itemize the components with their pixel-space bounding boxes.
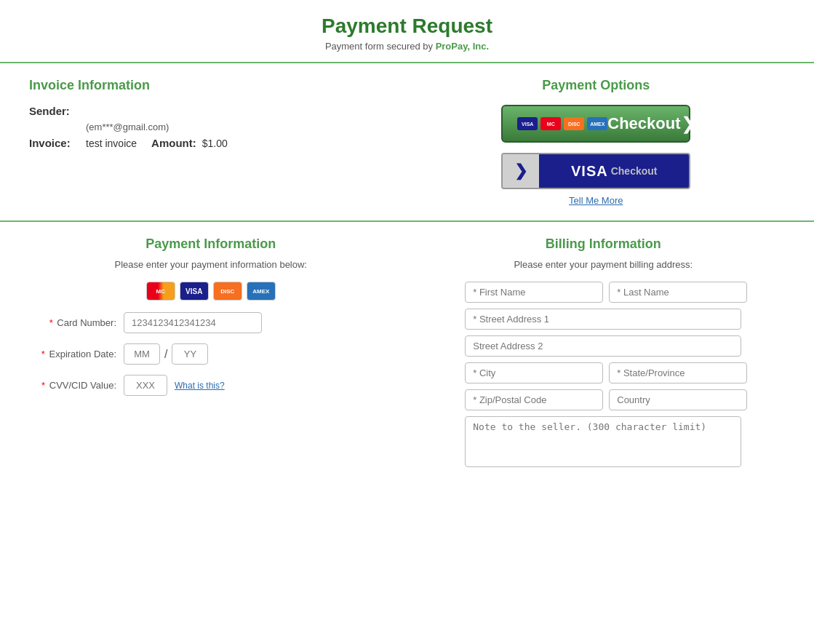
first-name-input[interactable] (465, 282, 603, 303)
checkout-label: Checkout (607, 114, 680, 133)
state-province-input[interactable] (609, 362, 747, 383)
mc-brand-icon: MC (146, 282, 175, 301)
visa-checkout-button[interactable]: ❯ VISA Checkout (501, 153, 690, 189)
required-star-cvv: * (41, 380, 45, 391)
invoice-amount-row: Invoice: test invoice Amount: $1.00 (29, 137, 407, 149)
street1-row (465, 309, 741, 330)
card-number-label: * Card Number: (29, 317, 124, 328)
sender-label: Sender: (29, 105, 80, 117)
visa-arrow-section: ❯ (503, 154, 539, 188)
amex-icon-checkout: AMEX (587, 117, 607, 130)
expiration-label: * Expiration Date: (29, 349, 124, 359)
zip-country-row (465, 389, 741, 410)
last-name-input[interactable] (609, 282, 747, 303)
card-icons-group: VISA MC DISC AMEX (517, 117, 607, 130)
invoice-section-title: Invoice Information (29, 78, 407, 93)
sender-email: (em***@gmail.com) (86, 122, 407, 132)
tell-me-more-link[interactable]: Tell Me More (569, 195, 623, 206)
slash-divider: / (164, 348, 167, 361)
billing-info-subtitle: Please enter your payment billing addres… (422, 259, 786, 270)
payment-options-panel: Payment Options VISA MC DISC AMEX Checko… (407, 78, 786, 206)
sender-row: Sender: (29, 105, 407, 117)
street-address1-input[interactable] (465, 309, 741, 330)
amex-brand-icon: AMEX (247, 282, 276, 301)
disc-brand-icon: DISC (213, 282, 242, 301)
checkout-button[interactable]: VISA MC DISC AMEX Checkout ❯ (501, 105, 690, 143)
visa-checkout-label: Checkout (611, 165, 658, 177)
billing-fields-container (465, 282, 741, 469)
page-subtitle: Payment form secured by ProPay, Inc. (0, 41, 814, 62)
checkout-arrow-icon: ❯ (681, 114, 695, 134)
street2-row (465, 335, 741, 357)
visa-icon-checkout: VISA (517, 117, 538, 130)
page-title-section: Payment Request (0, 0, 814, 41)
required-star-exp: * (41, 349, 45, 359)
cvv-label: * CVV/CID Value: (29, 380, 124, 391)
expiration-month-input[interactable] (124, 343, 160, 365)
card-number-row: * Card Number: (29, 312, 393, 333)
visa-text-section: VISA Checkout (539, 154, 689, 188)
payment-form-panel: Payment Information Please enter your pa… (29, 236, 422, 469)
card-brand-icons: MC VISA DISC AMEX (29, 282, 393, 301)
visa-arrow-icon: ❯ (514, 162, 527, 180)
subtitle-text: Payment form secured by (325, 41, 436, 52)
visa-brand-label: VISA (571, 163, 608, 180)
required-star-card: * (49, 317, 53, 328)
top-section: Invoice Information Sender: (em***@gmail… (0, 63, 814, 222)
propay-link[interactable]: ProPay, Inc. (436, 41, 489, 52)
disc-icon-checkout: DISC (564, 117, 584, 130)
payment-info-title: Payment Information (29, 236, 393, 252)
payment-options-title: Payment Options (542, 78, 650, 93)
invoice-info-panel: Invoice Information Sender: (em***@gmail… (29, 78, 407, 206)
visa-brand-icon: VISA (180, 282, 209, 301)
mc-icon-checkout: MC (540, 117, 561, 130)
invoice-value: test invoice (86, 138, 137, 149)
billing-info-title: Billing Information (422, 236, 786, 252)
zip-postal-input[interactable] (465, 389, 603, 410)
bottom-section: Payment Information Please enter your pa… (0, 222, 814, 484)
page-title: Payment Request (0, 15, 814, 38)
billing-form-panel: Billing Information Please enter your pa… (422, 236, 786, 469)
city-input[interactable] (465, 362, 603, 383)
cvv-input[interactable] (124, 375, 167, 396)
note-row (465, 416, 741, 469)
expiration-year-input[interactable] (172, 343, 208, 365)
card-number-input[interactable] (124, 312, 262, 333)
invoice-label: Invoice: (29, 137, 80, 149)
note-textarea[interactable] (465, 416, 741, 467)
expiration-row: * Expiration Date: / (29, 343, 393, 365)
amount-label: Amount: (151, 137, 196, 149)
name-row (465, 282, 741, 303)
city-state-row (465, 362, 741, 383)
cvv-row: * CVV/CID Value: What is this? (29, 375, 393, 396)
amount-value: $1.00 (202, 138, 228, 149)
street-address2-input[interactable] (465, 335, 741, 357)
country-input[interactable] (609, 389, 747, 410)
payment-info-subtitle: Please enter your payment information be… (29, 259, 393, 270)
what-is-this-link[interactable]: What is this? (175, 381, 225, 391)
